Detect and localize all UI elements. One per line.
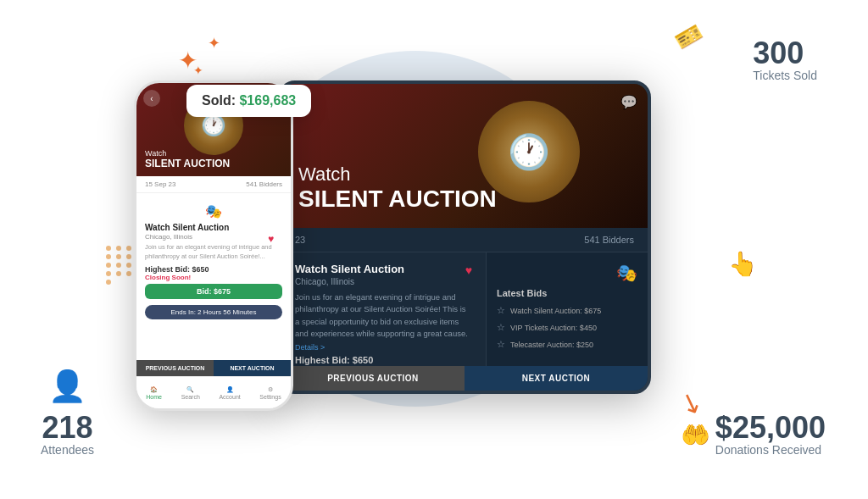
sparkle-decoration-3: ✦ <box>193 64 203 77</box>
donations-stat: 🤲 $25,000 Donations Received <box>681 413 826 457</box>
bid-item-3: ☆ Telecaster Auction: $250 <box>497 339 637 350</box>
cursor-icon: 👆 <box>728 250 758 278</box>
next-auction-btn[interactable]: NEXT AUCTION <box>214 360 291 376</box>
tablet-prev-btn[interactable]: PREVIOUS AUCTION <box>281 366 465 391</box>
phone-description: Join us for an elegant evening of intrig… <box>145 243 282 261</box>
nav-home[interactable]: 🏠Home <box>146 386 162 400</box>
closing-soon-label: Closing Soon! <box>145 274 282 281</box>
nav-account[interactable]: 👤Account <box>219 386 240 400</box>
bid-item-1: ☆ Watch Silent Auction: $675 <box>497 305 637 316</box>
tablet-left-panel: Watch Silent Auction ♥ Chicago, Illinois… <box>281 252 487 373</box>
phone-location: Chicago, Illinois <box>145 233 282 241</box>
tablet-mask-icon: 🎭 <box>497 263 637 283</box>
bid-text-3: Telecaster Auction: $250 <box>510 341 593 349</box>
phone-bottom-nav: 🏠Home 🔍Search 👤Account ⚙Settings <box>136 376 291 408</box>
tablet-auction-title: Watch SILENT AUCTION <box>298 164 497 213</box>
highest-bid-label: Highest Bid: $650 <box>145 265 282 274</box>
phone-date: 15 Sep 23 <box>145 180 175 188</box>
tablet-highest-bid: Highest Bid: $650 <box>295 355 472 365</box>
bid-text-1: Watch Silent Auction: $675 <box>510 307 601 315</box>
nav-search[interactable]: 🔍Search <box>181 386 200 400</box>
tablet-event-title: Watch Silent Auction <box>295 263 472 275</box>
heart-icon[interactable]: ♥ <box>268 233 274 245</box>
tablet-body: Watch Silent Auction ♥ Chicago, Illinois… <box>281 252 648 373</box>
tablet-chat-icon[interactable]: 💬 <box>620 94 637 110</box>
phone-content: 🎭 Watch Silent Auction ♥ Chicago, Illino… <box>136 193 291 330</box>
sold-amount: $169,683 <box>239 93 296 108</box>
tablet-date: 23 <box>295 235 305 245</box>
sparkle-decoration-2: ✦ <box>208 34 220 53</box>
phone-date-row: 15 Sep 23 541 Bidders <box>136 176 291 193</box>
star-icon-1: ☆ <box>497 305 505 316</box>
tablet-mockup: 🕐 💬 Watch SILENT AUCTION 23 541 Bidders … <box>278 80 651 394</box>
phone-auction-title: Watch SILENT AUCTION <box>145 149 230 169</box>
sold-badge: Sold: $169,683 <box>186 85 311 117</box>
mask-icon: 🎭 <box>145 203 282 219</box>
prev-auction-btn[interactable]: PREVIOUS AUCTION <box>136 360 214 376</box>
tablet-description: Join us for an elegant evening of intrig… <box>295 291 472 340</box>
sold-label: Sold: <box>202 93 236 108</box>
star-icon-2: ☆ <box>497 322 505 333</box>
tablet-next-btn[interactable]: NEXT AUCTION <box>465 366 648 391</box>
tablet-info-row: 23 541 Bidders <box>281 228 648 252</box>
latest-bids-title: Latest Bids <box>497 288 637 298</box>
phone-mockup: 🕐 ‹ 💬 Watch SILENT AUCTION 15 Sep 23 541… <box>134 80 293 411</box>
tablet-right-panel: 🎭 Latest Bids ☆ Watch Silent Auction: $6… <box>487 252 648 373</box>
bid-button[interactable]: Bid: $675 <box>145 284 282 299</box>
phone-bidders: 541 Bidders <box>246 180 282 188</box>
phone-nav-buttons: PREVIOUS AUCTION NEXT AUCTION <box>136 360 291 376</box>
nav-settings[interactable]: ⚙Settings <box>259 386 281 400</box>
ticket-icon: 🎫 <box>670 19 707 55</box>
attendees-stat: 👤 218 Attendees <box>41 369 94 457</box>
tablet-location: Chicago, Illinois <box>295 277 472 286</box>
star-icon-3: ☆ <box>497 339 505 350</box>
phone-event-title: Watch Silent Auction <box>145 223 282 232</box>
tickets-sold-stat: 300 Tickets Sold <box>753 38 817 82</box>
tablet-bidders: 541 Bidders <box>584 235 634 245</box>
bid-item-2: ☆ VIP Tickets Auction: $450 <box>497 322 637 333</box>
bid-text-2: VIP Tickets Auction: $450 <box>510 324 597 332</box>
tablet-heart-icon[interactable]: ♥ <box>465 263 472 277</box>
tablet-hero-image: 🕐 💬 Watch SILENT AUCTION <box>281 84 648 228</box>
tablet-more-link[interactable]: Details > <box>295 343 472 352</box>
tablet-nav-buttons: PREVIOUS AUCTION NEXT AUCTION <box>281 366 648 391</box>
ends-in-bar: Ends In: 2 Hours 56 Minutes <box>145 305 282 319</box>
back-button[interactable]: ‹ <box>143 90 160 107</box>
